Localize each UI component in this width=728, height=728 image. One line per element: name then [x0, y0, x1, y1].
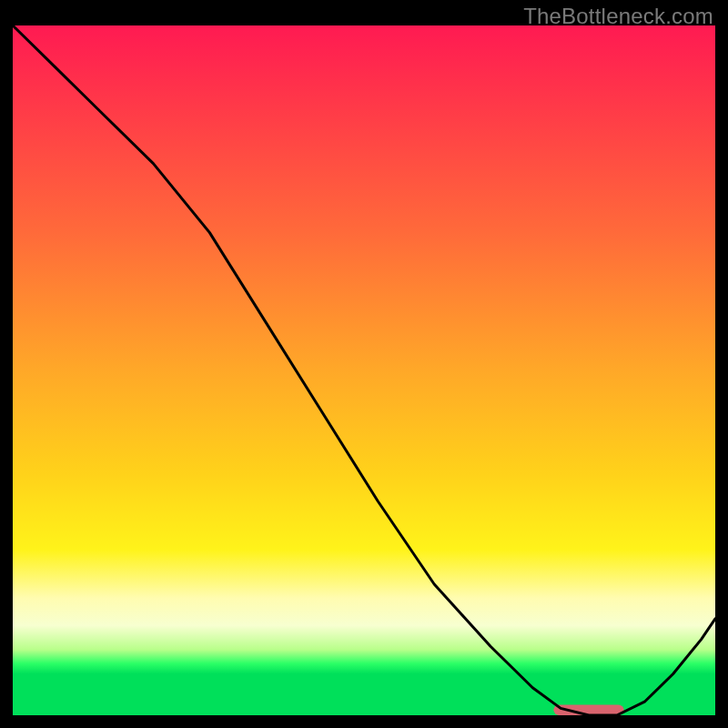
chart-overlay-svg — [13, 25, 715, 715]
bottleneck-curve — [13, 25, 715, 715]
chart-frame — [13, 25, 715, 715]
